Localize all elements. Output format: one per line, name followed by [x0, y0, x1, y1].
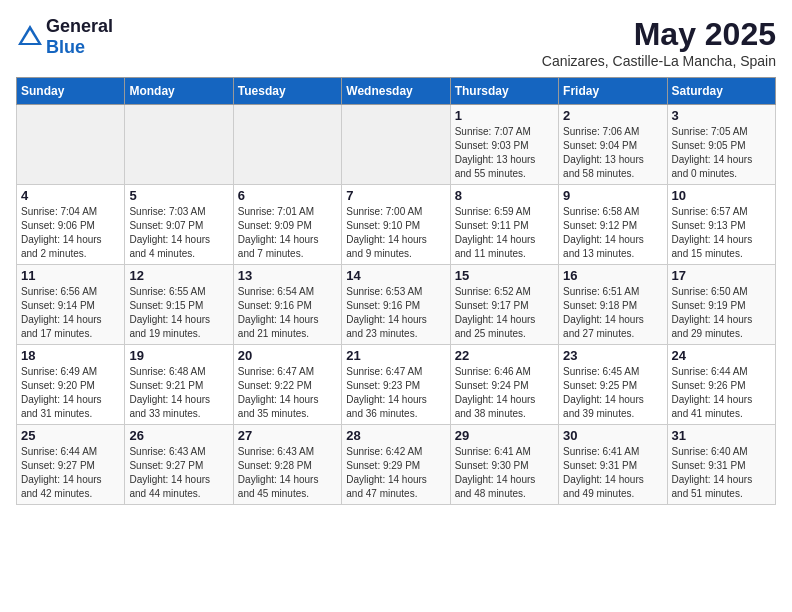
- day-number: 23: [563, 348, 662, 363]
- calendar-header: SundayMondayTuesdayWednesdayThursdayFrid…: [17, 78, 776, 105]
- day-info: Sunrise: 6:40 AMSunset: 9:31 PMDaylight:…: [672, 445, 771, 501]
- day-cell: 15Sunrise: 6:52 AMSunset: 9:17 PMDayligh…: [450, 265, 558, 345]
- day-number: 26: [129, 428, 228, 443]
- day-cell: 17Sunrise: 6:50 AMSunset: 9:19 PMDayligh…: [667, 265, 775, 345]
- logo: General Blue: [16, 16, 113, 58]
- day-number: 3: [672, 108, 771, 123]
- day-info: Sunrise: 6:47 AMSunset: 9:23 PMDaylight:…: [346, 365, 445, 421]
- day-number: 19: [129, 348, 228, 363]
- day-info: Sunrise: 6:44 AMSunset: 9:26 PMDaylight:…: [672, 365, 771, 421]
- day-number: 28: [346, 428, 445, 443]
- day-info: Sunrise: 6:57 AMSunset: 9:13 PMDaylight:…: [672, 205, 771, 261]
- col-header-saturday: Saturday: [667, 78, 775, 105]
- day-info: Sunrise: 7:04 AMSunset: 9:06 PMDaylight:…: [21, 205, 120, 261]
- day-cell: 18Sunrise: 6:49 AMSunset: 9:20 PMDayligh…: [17, 345, 125, 425]
- day-cell: 25Sunrise: 6:44 AMSunset: 9:27 PMDayligh…: [17, 425, 125, 505]
- title-area: May 2025 Canizares, Castille-La Mancha, …: [542, 16, 776, 69]
- col-header-sunday: Sunday: [17, 78, 125, 105]
- day-info: Sunrise: 6:54 AMSunset: 9:16 PMDaylight:…: [238, 285, 337, 341]
- day-info: Sunrise: 6:44 AMSunset: 9:27 PMDaylight:…: [21, 445, 120, 501]
- day-cell: 19Sunrise: 6:48 AMSunset: 9:21 PMDayligh…: [125, 345, 233, 425]
- day-number: 22: [455, 348, 554, 363]
- day-cell: 12Sunrise: 6:55 AMSunset: 9:15 PMDayligh…: [125, 265, 233, 345]
- day-number: 5: [129, 188, 228, 203]
- day-cell: 3Sunrise: 7:05 AMSunset: 9:05 PMDaylight…: [667, 105, 775, 185]
- day-cell: 13Sunrise: 6:54 AMSunset: 9:16 PMDayligh…: [233, 265, 341, 345]
- day-info: Sunrise: 7:07 AMSunset: 9:03 PMDaylight:…: [455, 125, 554, 181]
- day-number: 7: [346, 188, 445, 203]
- day-number: 15: [455, 268, 554, 283]
- day-number: 14: [346, 268, 445, 283]
- header-row: SundayMondayTuesdayWednesdayThursdayFrid…: [17, 78, 776, 105]
- day-info: Sunrise: 6:43 AMSunset: 9:27 PMDaylight:…: [129, 445, 228, 501]
- day-info: Sunrise: 6:55 AMSunset: 9:15 PMDaylight:…: [129, 285, 228, 341]
- day-number: 8: [455, 188, 554, 203]
- day-info: Sunrise: 7:03 AMSunset: 9:07 PMDaylight:…: [129, 205, 228, 261]
- day-info: Sunrise: 6:50 AMSunset: 9:19 PMDaylight:…: [672, 285, 771, 341]
- day-info: Sunrise: 7:01 AMSunset: 9:09 PMDaylight:…: [238, 205, 337, 261]
- day-info: Sunrise: 6:56 AMSunset: 9:14 PMDaylight:…: [21, 285, 120, 341]
- day-cell: 7Sunrise: 7:00 AMSunset: 9:10 PMDaylight…: [342, 185, 450, 265]
- day-info: Sunrise: 6:43 AMSunset: 9:28 PMDaylight:…: [238, 445, 337, 501]
- subtitle: Canizares, Castille-La Mancha, Spain: [542, 53, 776, 69]
- day-number: 6: [238, 188, 337, 203]
- day-cell: 23Sunrise: 6:45 AMSunset: 9:25 PMDayligh…: [559, 345, 667, 425]
- day-number: 24: [672, 348, 771, 363]
- day-number: 20: [238, 348, 337, 363]
- day-info: Sunrise: 6:51 AMSunset: 9:18 PMDaylight:…: [563, 285, 662, 341]
- month-title: May 2025: [542, 16, 776, 53]
- day-info: Sunrise: 6:58 AMSunset: 9:12 PMDaylight:…: [563, 205, 662, 261]
- day-cell: 28Sunrise: 6:42 AMSunset: 9:29 PMDayligh…: [342, 425, 450, 505]
- logo-icon: [16, 23, 44, 51]
- day-number: 9: [563, 188, 662, 203]
- week-row-1: 4Sunrise: 7:04 AMSunset: 9:06 PMDaylight…: [17, 185, 776, 265]
- day-cell: [17, 105, 125, 185]
- day-cell: 14Sunrise: 6:53 AMSunset: 9:16 PMDayligh…: [342, 265, 450, 345]
- col-header-thursday: Thursday: [450, 78, 558, 105]
- day-cell: 30Sunrise: 6:41 AMSunset: 9:31 PMDayligh…: [559, 425, 667, 505]
- day-info: Sunrise: 6:49 AMSunset: 9:20 PMDaylight:…: [21, 365, 120, 421]
- col-header-tuesday: Tuesday: [233, 78, 341, 105]
- logo-blue: Blue: [46, 37, 85, 57]
- day-number: 16: [563, 268, 662, 283]
- day-cell: 4Sunrise: 7:04 AMSunset: 9:06 PMDaylight…: [17, 185, 125, 265]
- day-cell: 8Sunrise: 6:59 AMSunset: 9:11 PMDaylight…: [450, 185, 558, 265]
- day-cell: [125, 105, 233, 185]
- day-cell: 29Sunrise: 6:41 AMSunset: 9:30 PMDayligh…: [450, 425, 558, 505]
- day-cell: [233, 105, 341, 185]
- header: General Blue May 2025 Canizares, Castill…: [16, 16, 776, 69]
- day-info: Sunrise: 6:47 AMSunset: 9:22 PMDaylight:…: [238, 365, 337, 421]
- week-row-2: 11Sunrise: 6:56 AMSunset: 9:14 PMDayligh…: [17, 265, 776, 345]
- day-number: 18: [21, 348, 120, 363]
- day-info: Sunrise: 6:48 AMSunset: 9:21 PMDaylight:…: [129, 365, 228, 421]
- day-cell: 10Sunrise: 6:57 AMSunset: 9:13 PMDayligh…: [667, 185, 775, 265]
- day-cell: 11Sunrise: 6:56 AMSunset: 9:14 PMDayligh…: [17, 265, 125, 345]
- day-info: Sunrise: 6:53 AMSunset: 9:16 PMDaylight:…: [346, 285, 445, 341]
- day-cell: 26Sunrise: 6:43 AMSunset: 9:27 PMDayligh…: [125, 425, 233, 505]
- day-number: 1: [455, 108, 554, 123]
- day-info: Sunrise: 7:05 AMSunset: 9:05 PMDaylight:…: [672, 125, 771, 181]
- day-info: Sunrise: 6:41 AMSunset: 9:31 PMDaylight:…: [563, 445, 662, 501]
- calendar-body: 1Sunrise: 7:07 AMSunset: 9:03 PMDaylight…: [17, 105, 776, 505]
- day-info: Sunrise: 7:00 AMSunset: 9:10 PMDaylight:…: [346, 205, 445, 261]
- day-cell: 21Sunrise: 6:47 AMSunset: 9:23 PMDayligh…: [342, 345, 450, 425]
- day-info: Sunrise: 6:52 AMSunset: 9:17 PMDaylight:…: [455, 285, 554, 341]
- day-cell: 16Sunrise: 6:51 AMSunset: 9:18 PMDayligh…: [559, 265, 667, 345]
- col-header-wednesday: Wednesday: [342, 78, 450, 105]
- day-cell: 24Sunrise: 6:44 AMSunset: 9:26 PMDayligh…: [667, 345, 775, 425]
- day-number: 29: [455, 428, 554, 443]
- day-info: Sunrise: 7:06 AMSunset: 9:04 PMDaylight:…: [563, 125, 662, 181]
- col-header-monday: Monday: [125, 78, 233, 105]
- day-number: 2: [563, 108, 662, 123]
- day-number: 31: [672, 428, 771, 443]
- day-cell: [342, 105, 450, 185]
- day-number: 12: [129, 268, 228, 283]
- day-info: Sunrise: 6:42 AMSunset: 9:29 PMDaylight:…: [346, 445, 445, 501]
- calendar-table: SundayMondayTuesdayWednesdayThursdayFrid…: [16, 77, 776, 505]
- day-number: 11: [21, 268, 120, 283]
- day-number: 21: [346, 348, 445, 363]
- day-info: Sunrise: 6:46 AMSunset: 9:24 PMDaylight:…: [455, 365, 554, 421]
- day-number: 30: [563, 428, 662, 443]
- day-number: 27: [238, 428, 337, 443]
- week-row-4: 25Sunrise: 6:44 AMSunset: 9:27 PMDayligh…: [17, 425, 776, 505]
